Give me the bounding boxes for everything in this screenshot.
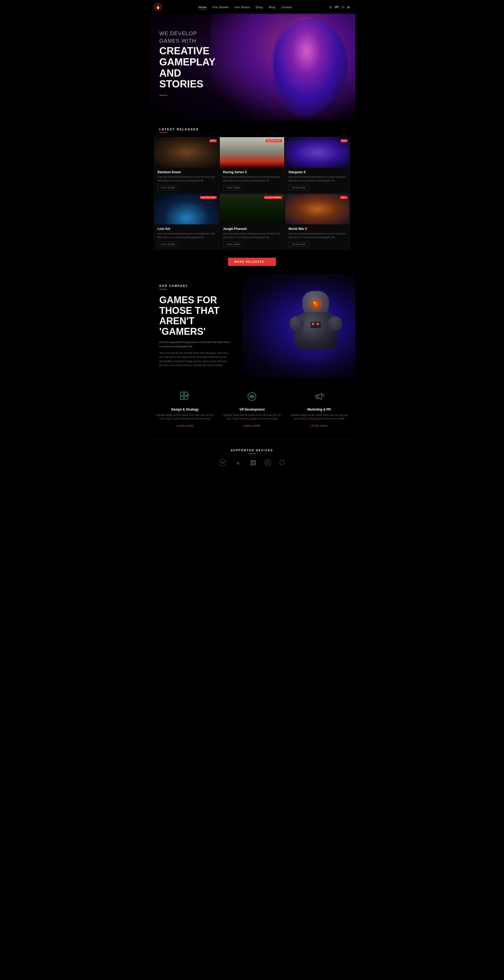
game-title: Jungle Pharaoh xyxy=(223,227,281,231)
game-desc: Even the all-powerful pointing has no co… xyxy=(223,232,281,239)
view-game-button[interactable]: View Game xyxy=(223,242,243,247)
view-game-button[interactable]: View Game xyxy=(157,242,178,247)
game-thumb: FPS xyxy=(154,137,219,168)
nav-link-contact[interactable]: Contact xyxy=(281,6,292,9)
services-section: Design & Strategy Alphabet Village and t… xyxy=(149,378,355,438)
game-info: Rainbow Seven Even the all-powerful poin… xyxy=(154,168,219,193)
more-releases-button[interactable]: More Releases → xyxy=(228,258,276,266)
game-desc: Even the all-powerful pointing has no co… xyxy=(157,175,216,183)
hero-title: CREATIVE GAMEPLAY AND STORIES xyxy=(159,46,345,90)
xbox-nav-icon[interactable]: ⊞ xyxy=(329,5,332,9)
svg-text:VR: VR xyxy=(251,396,253,398)
game-title: Stargazer II xyxy=(288,170,347,174)
svg-rect-16 xyxy=(251,460,253,463)
steam-nav-icon[interactable]: ◉ xyxy=(347,5,350,9)
game-tag: PLATFORMER xyxy=(264,196,282,199)
game-thumb: FPS xyxy=(285,137,350,168)
game-thumb: RPG xyxy=(285,194,350,224)
game-card: PLATFORMER Jungle Pharaoh Even the all-p… xyxy=(219,194,285,250)
nav-link-blog[interactable]: Blog xyxy=(269,6,275,9)
nav-platform-icons: ⊞ 🎮 ⊟ ◉ xyxy=(329,5,350,9)
game-tag: ADVENTURE xyxy=(266,139,282,142)
view-game-button[interactable]: View game xyxy=(288,185,309,190)
hero-content: WE DEVELOP GAMES WITH CREATIVE GAMEPLAY … xyxy=(149,14,355,111)
more-releases-arrow: → xyxy=(266,260,270,263)
more-releases-section: More Releases → xyxy=(149,250,355,274)
service-desc: Alphabet Village and the subline of her … xyxy=(221,414,283,421)
service-item-2: Marketing & PR Alphabet Village and the … xyxy=(288,388,350,428)
latest-releases-header: LATEST RELEASES xyxy=(149,120,355,137)
game-thumb: ADVENTURE xyxy=(220,137,284,168)
game-desc: Even the all-powerful pointing has no co… xyxy=(288,175,347,183)
svg-rect-18 xyxy=(251,463,253,465)
game-info: Lost Ark Even the all-powerful pointing … xyxy=(154,224,219,250)
game-tag: RPG xyxy=(340,196,348,199)
game-title: Lost Ark xyxy=(157,227,216,231)
logo[interactable]: 🔥 xyxy=(154,3,162,11)
svg-rect-17 xyxy=(253,460,256,463)
hero-subtitle: WE DEVELOP GAMES WITH xyxy=(159,30,345,45)
view-game-button[interactable]: View Game xyxy=(223,185,243,190)
service-title: Marketing & PR xyxy=(288,407,350,411)
service-desc: Alphabet Village and the subline of her … xyxy=(288,414,350,421)
game-info: Jungle Pharaoh Even the all-powerful poi… xyxy=(220,224,284,250)
svg-point-21 xyxy=(267,461,269,463)
game-title: World War V xyxy=(288,227,347,231)
learn-more-link[interactable]: LEARN MORE xyxy=(310,425,328,427)
nav-link-our-games[interactable]: Our Games xyxy=(213,6,229,9)
view-game-button[interactable]: View Game xyxy=(157,185,178,190)
svg-rect-2 xyxy=(180,392,184,395)
game-card: FPS Rainbow Seven Even the all-powerful … xyxy=(154,137,219,193)
learn-more-link[interactable]: LEARN MORE xyxy=(243,425,261,427)
windows-nav-icon[interactable]: ⊟ xyxy=(341,5,344,9)
learn-more-link[interactable]: LEARN MORE xyxy=(176,425,193,427)
service-title: Design & Strategy xyxy=(154,407,216,411)
latest-releases-underline xyxy=(159,132,167,133)
company-underline xyxy=(159,289,167,290)
devices-icons xyxy=(154,459,350,466)
xbox-device-icon xyxy=(219,459,226,466)
svg-rect-5 xyxy=(184,396,188,399)
windows-device-icon xyxy=(250,460,256,466)
apple-device-icon xyxy=(279,459,285,466)
robot-figure xyxy=(284,290,348,369)
playstation-device-icon xyxy=(234,459,242,466)
svg-rect-19 xyxy=(253,463,256,465)
devices-section: SUPPORTED DEVICES xyxy=(149,438,355,477)
steam-device-icon xyxy=(264,459,271,466)
ps-nav-icon[interactable]: 🎮 xyxy=(334,5,339,9)
game-title: Racing Series 3 xyxy=(223,170,281,174)
game-desc: Even the all-powerful pointing has no co… xyxy=(157,232,216,239)
game-tag: ADVENTURE xyxy=(200,196,217,199)
company-title: GAMES FOR THOSE THAT AREN'T 'GAMERS' xyxy=(159,295,244,337)
svg-point-15 xyxy=(222,462,224,463)
devices-label: SUPPORTED DEVICES xyxy=(154,449,350,452)
game-info: Racing Series 3 Even the all-powerful po… xyxy=(220,168,284,193)
game-tag: FPS xyxy=(210,139,217,142)
hero-section: WE DEVELOP GAMES WITH CREATIVE GAMEPLAY … xyxy=(149,14,355,120)
svg-text:🔥: 🔥 xyxy=(156,5,160,9)
service-desc: Alphabet Village and the subline of her … xyxy=(154,414,216,421)
nav-link-home[interactable]: Home xyxy=(199,6,207,10)
nav-link-our-studio[interactable]: Our Studio xyxy=(235,6,250,9)
view-game-button[interactable]: View Game xyxy=(288,242,309,247)
svg-rect-3 xyxy=(184,392,188,395)
devices-underline xyxy=(248,453,256,454)
game-info: World War V Even the all-powerful pointi… xyxy=(285,224,350,250)
game-card: ADVENTURE Racing Series 3 Even the all-p… xyxy=(219,137,285,193)
game-card: ADVENTURE Lost Ark Even the all-powerful… xyxy=(154,194,219,250)
game-thumb: PLATFORMER xyxy=(220,194,284,224)
service-icon-grid xyxy=(177,388,193,404)
service-icon-vr: VR xyxy=(244,388,260,404)
more-releases-label: More Releases xyxy=(234,260,264,263)
service-title: VR Development xyxy=(221,407,283,411)
game-card: FPS Stargazer II Even the all-powerful p… xyxy=(285,137,350,193)
game-desc: Even the all-powerful pointing has no co… xyxy=(288,232,347,239)
service-icon-megaphone xyxy=(311,388,327,404)
service-item-1: VR VR Development Alphabet Village and t… xyxy=(221,388,283,428)
game-desc: Even the all-powerful pointing has no co… xyxy=(223,175,281,183)
svg-point-12 xyxy=(322,394,323,395)
nav-links: HomeOur GamesOur StudioShopBlogContact xyxy=(199,5,292,9)
svg-point-20 xyxy=(265,460,271,466)
nav-link-shop[interactable]: Shop xyxy=(256,6,263,9)
